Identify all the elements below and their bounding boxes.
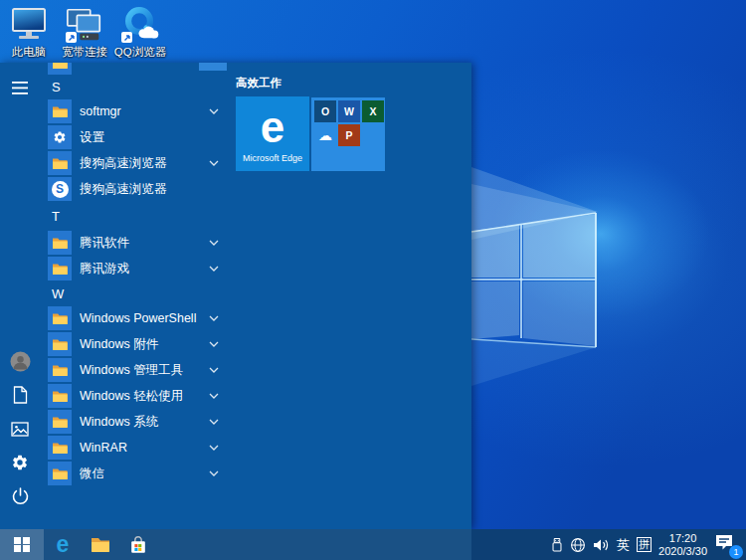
taskbar-left: e — [0, 529, 157, 560]
desktop-icon-qq-browser[interactable]: QQ浏览器 — [111, 6, 169, 58]
small-tile-group: O W X ☁ P — [311, 97, 385, 171]
documents-button[interactable] — [0, 378, 40, 412]
chevron-down-icon[interactable] — [209, 108, 219, 114]
desktop-icon-this-pc[interactable]: 此电脑 — [0, 6, 58, 58]
app-list-item-wechat[interactable]: 微信 — [48, 461, 225, 486]
ime-indicator[interactable]: 拼 — [637, 537, 652, 552]
tile-microsoft-edge[interactable]: e Microsoft Edge — [236, 96, 309, 171]
app-list-item-tencent-games[interactable]: 腾讯游戏 — [48, 256, 225, 281]
tile-powerpoint[interactable]: P — [338, 124, 360, 146]
pictures-icon — [11, 422, 29, 437]
edge-icon: e — [57, 533, 70, 556]
chevron-down-icon[interactable] — [209, 419, 219, 425]
folder-icon — [48, 231, 72, 255]
system-tray: 英 拼 17:20 2020/3/30 1 — [551, 529, 746, 560]
folder-icon — [48, 358, 72, 382]
chevron-down-icon[interactable] — [209, 240, 219, 246]
hamburger-icon — [12, 82, 28, 94]
taskbar-clock[interactable]: 17:20 2020/3/30 — [658, 532, 707, 558]
chevron-down-icon[interactable] — [209, 341, 219, 347]
folder-icon — [48, 384, 72, 408]
network-icon[interactable] — [570, 537, 586, 553]
app-list-item-partial[interactable] — [48, 63, 225, 75]
qq-browser-icon — [120, 6, 160, 43]
desktop-icon-label: 此电脑 — [12, 46, 47, 58]
tile-onedrive[interactable]: ☁ — [314, 124, 336, 146]
app-list-item-powershell[interactable]: Windows PowerShell — [48, 305, 225, 331]
edge-logo: e — [261, 107, 284, 147]
app-list-item-winrar[interactable]: WinRAR — [48, 435, 225, 461]
tile-word[interactable]: W — [338, 100, 360, 122]
app-list-item-windows-accessories[interactable]: Windows 附件 — [48, 331, 225, 357]
app-list-item-windows-ease-of-access[interactable]: Windows 轻松使用 — [48, 383, 225, 409]
desktop-icon-label: 宽带连接 — [62, 46, 107, 58]
folder-icon — [48, 63, 72, 75]
tile-label: Microsoft Edge — [243, 153, 302, 163]
expand-menu-button[interactable] — [0, 71, 40, 104]
section-letter-W[interactable]: W — [48, 281, 225, 305]
start-menu-rail — [0, 63, 40, 529]
pictures-button[interactable] — [0, 412, 40, 446]
app-list-item-settings[interactable]: 设置 — [48, 124, 225, 150]
windows-logo-icon — [14, 537, 30, 553]
settings-gear-icon — [48, 125, 72, 149]
power-icon — [12, 487, 29, 505]
section-letter-S[interactable]: S — [48, 75, 225, 98]
tile-group-title[interactable]: 高效工作 — [236, 76, 281, 91]
sogou-browser-icon: S — [48, 177, 72, 201]
screen: 此电脑 宽带连接 — [0, 0, 746, 560]
app-list-item-softmgr[interactable]: softmgr — [48, 98, 225, 124]
tile-excel[interactable]: X — [362, 100, 384, 122]
usb-icon[interactable] — [551, 537, 563, 553]
notification-badge: 1 — [729, 545, 743, 559]
shortcut-arrow-icon — [121, 32, 132, 43]
section-letter-T[interactable]: T — [48, 202, 225, 230]
chevron-down-icon[interactable] — [209, 445, 219, 451]
clock-time: 17:20 — [658, 532, 707, 545]
folder-icon — [48, 151, 72, 175]
app-list: S softmgr 设置 搜狗高速浏览器 S 搜狗高速浏览器 — [48, 63, 225, 486]
desktop-icon-broadband[interactable]: 宽带连接 — [56, 6, 113, 58]
app-list-item-windows-system[interactable]: Windows 系统 — [48, 409, 225, 435]
chevron-down-icon[interactable] — [209, 315, 219, 321]
power-button[interactable] — [0, 479, 40, 513]
taskbar-file-explorer-button[interactable] — [82, 529, 119, 560]
this-pc-icon — [9, 6, 49, 43]
desktop-icon-label: QQ浏览器 — [114, 46, 166, 58]
chevron-down-icon[interactable] — [209, 393, 219, 399]
chevron-down-icon[interactable] — [209, 470, 219, 476]
folder-icon — [48, 410, 72, 434]
document-icon — [13, 386, 28, 404]
start-menu: S softmgr 设置 搜狗高速浏览器 S 搜狗高速浏览器 — [0, 63, 471, 529]
tile-outlook[interactable]: O — [314, 100, 336, 122]
chevron-down-icon[interactable] — [209, 160, 219, 166]
folder-icon — [48, 462, 72, 485]
app-list-item-tencent-software[interactable]: 腾讯软件 — [48, 230, 225, 256]
user-avatar-icon — [10, 351, 31, 372]
app-list-item-sogou-browser[interactable]: S 搜狗高速浏览器 — [48, 176, 225, 202]
app-list-item-sogou-folder[interactable]: 搜狗高速浏览器 — [48, 150, 225, 176]
folder-icon — [48, 306, 72, 330]
taskbar-store-button[interactable] — [119, 529, 157, 560]
language-indicator[interactable]: 英 — [617, 536, 630, 554]
taskbar-edge-button[interactable]: e — [44, 529, 82, 560]
shortcut-arrow-icon — [66, 32, 77, 43]
taskbar: e — [0, 529, 746, 560]
start-button[interactable] — [0, 529, 44, 560]
volume-icon[interactable] — [593, 538, 610, 552]
folder-icon — [91, 536, 110, 553]
folder-icon — [48, 332, 72, 356]
chevron-down-icon[interactable] — [209, 266, 219, 272]
user-account-button[interactable] — [0, 344, 40, 378]
settings-button[interactable] — [0, 446, 40, 479]
gear-icon — [11, 454, 29, 471]
store-icon — [128, 535, 148, 555]
clock-date: 2020/3/30 — [658, 545, 707, 558]
app-list-item-windows-admin-tools[interactable]: Windows 管理工具 — [48, 357, 225, 383]
folder-icon — [48, 436, 72, 460]
folder-icon — [48, 257, 72, 280]
broadband-connection-icon — [65, 6, 104, 43]
chevron-down-icon[interactable] — [209, 367, 219, 373]
action-center-button[interactable]: 1 — [714, 533, 740, 557]
folder-icon — [48, 99, 72, 123]
